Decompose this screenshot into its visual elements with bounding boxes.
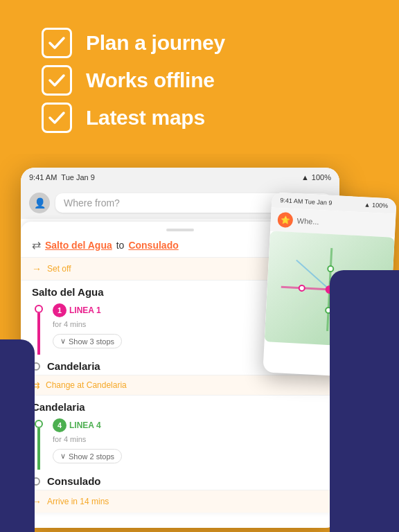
line-container-2: 4 LINEA 4 for 4 mins ∨ Show 2 stops: [32, 414, 328, 472]
wifi-icon: ▲: [301, 173, 309, 181]
line-info-2: 4 LINEA 4 for 4 mins ∨ Show 2 stops: [53, 417, 328, 470]
checkbox-offline-icon: [42, 65, 72, 96]
route-to[interactable]: Consulado: [128, 240, 178, 251]
change-row: ⇉ Change at Candelaria: [21, 375, 339, 395]
line-name-1: LINEA 1: [69, 305, 101, 315]
secondary-avatar: ⭐: [277, 212, 293, 228]
station-dot-top-2: [35, 420, 43, 428]
arrive-row: → Arrive in 14 mins: [21, 490, 339, 513]
station-name-2: Candelaria: [32, 401, 328, 413]
user-avatar: 👤: [29, 193, 50, 213]
svg-point-4: [299, 285, 305, 291]
svg-point-6: [328, 266, 333, 272]
bottom-section: 9:41 AM Tue Jan 9 ▲ 100% 👤 Where from? ⇄…: [0, 154, 399, 532]
status-time: 9:41 AM: [29, 173, 57, 181]
corner-left-decoration: [0, 339, 35, 532]
drag-handle: [166, 229, 194, 231]
feature-row-offline: Works offline: [42, 65, 371, 96]
line-visual-1: [32, 302, 46, 355]
feature-offline-text: Works offline: [86, 69, 215, 92]
line-badge-1: 1: [53, 303, 66, 317]
end-station-2: Consulado: [21, 472, 339, 490]
route-to-separator: to: [116, 240, 125, 251]
setoff-label: Set off: [47, 264, 71, 274]
end-station-name-1: Candelaria: [47, 360, 100, 372]
line-bar-1: [37, 313, 40, 355]
secondary-battery: ▲ 100%: [364, 201, 388, 209]
show-stops-button-2[interactable]: ∨ Show 2 stops: [53, 449, 122, 463]
station-section-2: Candelaria 4 LINEA 4 for 4 mins: [21, 396, 339, 472]
checkbox-plan-icon: [42, 28, 72, 58]
battery-status: 100%: [312, 173, 331, 181]
chevron-down-icon-2: ∨: [60, 452, 66, 461]
setoff-icon: →: [32, 263, 42, 274]
feature-row-maps: Latest maps: [42, 103, 371, 133]
duration-2: for 4 mins: [53, 435, 328, 443]
show-stops-button-1[interactable]: ∨ Show 3 stops: [53, 334, 122, 348]
line-name-2: LINEA 4: [69, 420, 101, 430]
status-date: Tue Jan 9: [61, 173, 95, 181]
secondary-search-text: Whe...: [297, 216, 319, 226]
feature-row-plan: Plan a journey: [42, 28, 371, 58]
secondary-time: 9:41 AM Tue Jan 9: [280, 197, 332, 206]
features-section: Plan a journey Works offline Latest maps: [0, 0, 399, 154]
feature-plan-text: Plan a journey: [86, 31, 225, 55]
feature-maps-text: Latest maps: [86, 106, 205, 130]
station-dot-top-1: [35, 305, 43, 313]
end-station-name-2: Consulado: [47, 475, 101, 487]
route-from[interactable]: Salto del Agua: [45, 240, 112, 251]
chevron-down-icon-1: ∨: [60, 337, 66, 346]
line-bar-2: [37, 428, 40, 470]
checkbox-maps-icon: [42, 103, 72, 133]
corner-right-decoration: [330, 270, 399, 532]
change-label: Change at Candelaria: [46, 380, 127, 390]
arrive-label: Arrive in 14 mins: [47, 497, 109, 506]
swap-icon[interactable]: ⇄: [32, 238, 41, 251]
status-bar: 9:41 AM Tue Jan 9 ▲ 100%: [21, 168, 339, 187]
line-badge-2: 4: [53, 418, 66, 432]
